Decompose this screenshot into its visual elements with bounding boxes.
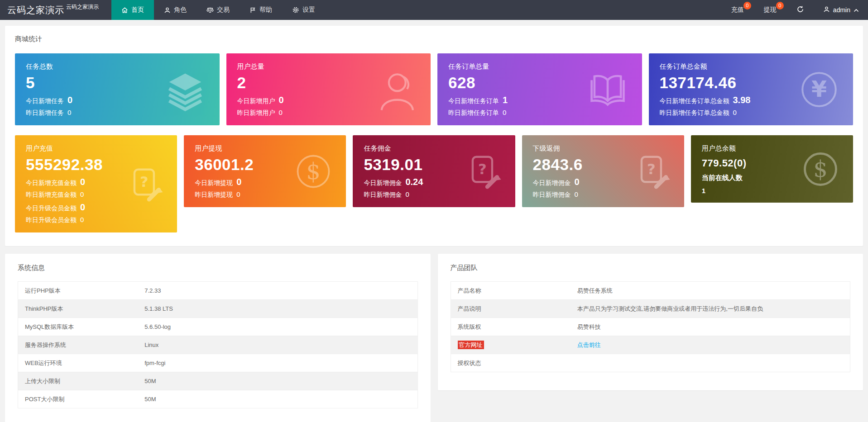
product-team-table: 产品名称易赞任务系统 产品说明本产品只为学习测试交流,请勿要做商业或者用于违法行…: [451, 281, 851, 372]
doc-question-icon: ?: [126, 165, 165, 204]
recharge-badge: 0: [743, 2, 751, 9]
menu-item-settings[interactable]: 设置: [282, 0, 325, 20]
table-row: POST大小限制50M: [18, 390, 418, 408]
svg-text:¥: ¥: [811, 76, 827, 102]
doc-question-icon: ?: [633, 152, 672, 191]
svg-text:$: $: [307, 158, 321, 185]
stats-row-1: 任务总数 5 今日新增任务0 昨日新增任务0 用户总量 2 今日新增用户0 昨日…: [15, 53, 853, 125]
yen-circle-icon: ¥: [797, 67, 841, 112]
top-navbar: 云码之家演示 云码之家演示 首页 角色 交易 帮助: [0, 0, 868, 20]
stat-card-user-total: 用户总量 2 今日新增用户0 昨日新增用户0: [226, 53, 431, 125]
menu-item-role[interactable]: 角色: [154, 0, 197, 20]
official-site-label: 官方网址: [458, 341, 484, 349]
table-row: 官方网址 点击前往: [451, 336, 850, 354]
recharge-button[interactable]: 充值 0: [721, 0, 754, 20]
refresh-icon: [796, 5, 804, 14]
system-info-table: 运行PHP版本7.2.33 ThinkPHP版本5.1.38 LTS MySQL…: [18, 281, 418, 408]
table-row: ThinkPHP版本5.1.38 LTS: [18, 300, 418, 318]
table-row: 授权状态: [451, 354, 850, 372]
table-row: 运行PHP版本7.2.33: [18, 282, 418, 300]
mall-stats-panel: 商城统计 任务总数 5 今日新增任务0 昨日新增任务0 用户总量 2 今日新增用…: [5, 26, 863, 246]
menu-item-label: 首页: [131, 6, 144, 14]
svg-text:?: ?: [647, 161, 656, 178]
table-row: 上传大小限制50M: [18, 372, 418, 390]
withdraw-badge: 0: [776, 2, 784, 9]
navbar-right: 充值 0 提现 0 admin: [721, 0, 868, 20]
product-team-panel: 产品团队 产品名称易赞任务系统 产品说明本产品只为学习测试交流,请勿要做商业或者…: [438, 254, 863, 390]
menu-item-label: 设置: [302, 6, 315, 14]
stats-panel-title: 商城统计: [15, 35, 853, 43]
withdraw-button[interactable]: 提现 0: [754, 0, 786, 20]
system-info-title: 系统信息: [18, 264, 418, 272]
doc-question-icon: ?: [465, 152, 504, 191]
svg-text:?: ?: [478, 161, 487, 178]
table-row: 产品名称易赞任务系统: [451, 282, 850, 300]
menu-item-help[interactable]: 帮助: [240, 0, 282, 20]
product-team-title: 产品团队: [451, 264, 851, 272]
table-row: 服务器操作系统Linux: [18, 336, 418, 354]
menu-item-label: 角色: [174, 6, 187, 14]
person-icon: [372, 66, 419, 113]
menu-item-home[interactable]: 首页: [111, 0, 154, 20]
user-icon: [823, 6, 830, 14]
dollar-circle-icon: $: [800, 148, 841, 190]
main-menu: 首页 角色 交易 帮助 设置: [111, 0, 325, 20]
stat-card-task-total: 任务总数 5 今日新增任务0 昨日新增任务0: [15, 53, 220, 125]
menu-item-trade[interactable]: 交易: [197, 0, 240, 20]
refresh-button[interactable]: [786, 0, 814, 20]
username: admin: [833, 6, 850, 14]
logo-text: 云码之家演示: [7, 4, 64, 16]
logo-subtext: 云码之家演示: [66, 3, 99, 11]
stat-card-sub-commission: 下级返佣 2843.6 今日新增佣金0 昨日新增佣金0 ?: [522, 135, 684, 207]
gear-icon: [292, 6, 299, 14]
dollar-circle-icon: $: [293, 151, 334, 192]
scales-icon: [206, 6, 214, 14]
table-row: WEB运行环境fpm-fcgi: [18, 354, 418, 372]
stat-card-user-withdraw: 用户提现 36001.2 今日新增提现0 昨日新增提现0 $: [184, 135, 346, 207]
menu-item-label: 帮助: [259, 6, 272, 14]
table-row: 系统版权易赞科技: [451, 318, 850, 336]
stat-card-order-total: 任务订单总量 628 今日新增任务订单1 昨日新增任务订单0: [437, 53, 642, 125]
flag-icon: [249, 7, 256, 14]
menu-item-label: 交易: [217, 6, 230, 14]
user-icon: [164, 7, 171, 14]
card-title: 用户充值: [26, 144, 166, 153]
system-info-panel: 系统信息 运行PHP版本7.2.33 ThinkPHP版本5.1.38 LTS …: [5, 254, 431, 422]
official-site-link[interactable]: 点击前往: [577, 341, 601, 348]
chevron-up-icon: [854, 6, 859, 14]
layers-icon: [163, 67, 208, 112]
stat-card-user-balance: 用户总余额 779.52(0) 当前在线人数 1 $: [691, 135, 853, 203]
table-row: 产品说明本产品只为学习测试交流,请勿要做商业或者用于违法行为,一切后果自负: [451, 300, 850, 318]
app-logo[interactable]: 云码之家演示 云码之家演示: [0, 0, 105, 20]
home-icon: [121, 7, 128, 14]
table-row: MySQL数据库版本5.6.50-log: [18, 318, 418, 336]
svg-text:$: $: [813, 156, 828, 182]
stat-card-order-amount: 任务订单总金额 137174.46 今日新增任务订单总金额3.98 昨日新增任务…: [649, 53, 854, 125]
book-icon: [585, 67, 630, 112]
bottom-panels: 系统信息 运行PHP版本7.2.33 ThinkPHP版本5.1.38 LTS …: [5, 254, 863, 422]
stat-card-task-commission: 任务佣金 5319.01 今日新增佣金0.24 昨日新增佣金0 ?: [353, 135, 515, 207]
stats-row-2: 用户充值 555292.38 今日新增充值金额0 昨日新增充值金额0 今日升级会…: [15, 135, 853, 232]
stat-card-user-recharge: 用户充值 555292.38 今日新增充值金额0 昨日新增充值金额0 今日升级会…: [15, 135, 177, 232]
user-menu[interactable]: admin: [814, 0, 868, 20]
svg-text:?: ?: [140, 173, 149, 190]
